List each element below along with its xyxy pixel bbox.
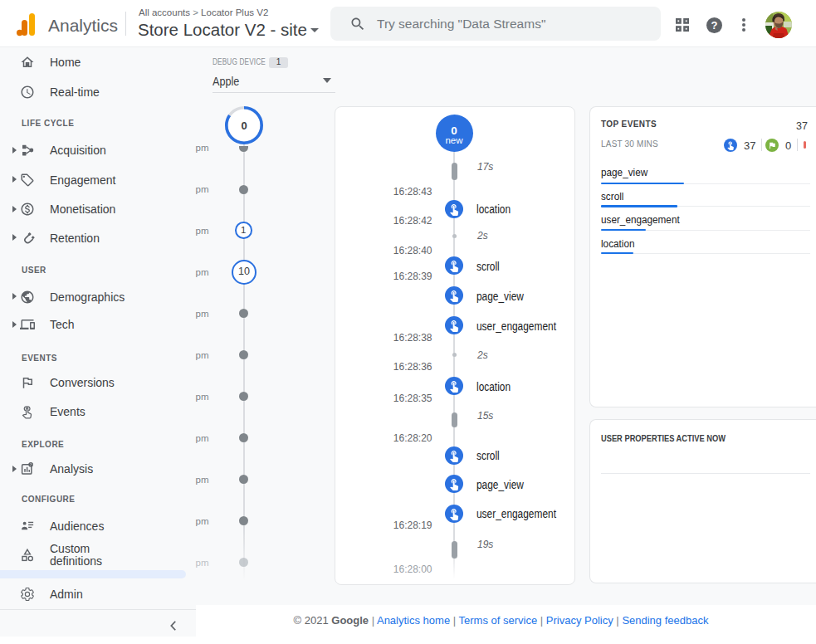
svg-text:0: 0: [241, 120, 247, 132]
